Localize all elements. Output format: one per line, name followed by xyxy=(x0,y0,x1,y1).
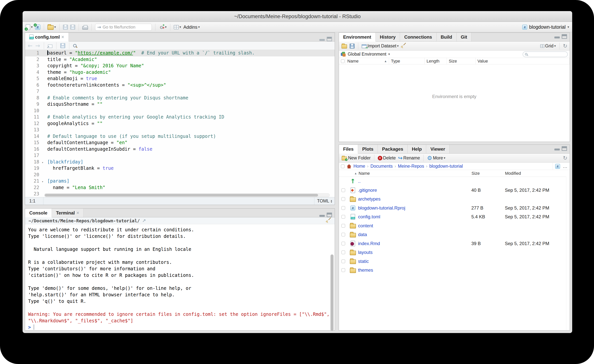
file-row[interactable]: blogdown-tutorial.Rproj277 BSep 5, 2017,… xyxy=(339,204,566,212)
close-icon[interactable]: × xyxy=(76,210,79,216)
breadcrumb-item-blogdown-tutorial[interactable]: blogdown-tutorial xyxy=(429,164,463,169)
file-row[interactable]: archetypes xyxy=(339,195,566,204)
tab-plots[interactable]: Plots xyxy=(358,145,378,153)
file-name-link[interactable]: archetypes xyxy=(358,196,471,202)
file-name-link[interactable]: themes xyxy=(358,267,471,273)
more-button[interactable]: ⚙ More ▾ xyxy=(427,155,446,161)
file-checkbox[interactable] xyxy=(341,259,345,263)
tab-environment[interactable]: Environment xyxy=(339,33,376,41)
home-icon[interactable] xyxy=(347,164,351,168)
minimize-pane-icon[interactable] xyxy=(554,149,560,151)
column-header-name[interactable]: Name▲ xyxy=(345,58,389,64)
breadcrumb-item-documents[interactable]: Documents xyxy=(371,164,393,169)
minimize-pane-icon[interactable] xyxy=(554,37,560,39)
clear-environment-icon[interactable] xyxy=(401,43,406,49)
cursor-position[interactable]: 1:1 xyxy=(25,197,43,205)
version-control-button[interactable]: ▾ xyxy=(159,24,167,30)
fold-arrow-icon[interactable]: ▾ xyxy=(42,179,43,185)
file-row[interactable]: data xyxy=(339,230,566,239)
file-name-link[interactable]: static xyxy=(358,259,471,264)
file-name-link[interactable]: config.toml xyxy=(358,214,471,219)
breadcrumb-item-home[interactable]: Home xyxy=(353,164,365,169)
column-header-type[interactable]: Type xyxy=(389,58,425,64)
console-output[interactable]: You are welcome to redistribute it under… xyxy=(25,224,335,330)
print-button[interactable] xyxy=(82,25,88,30)
column-header-modified[interactable]: Modified xyxy=(505,171,566,176)
file-row[interactable]: themes xyxy=(339,266,566,275)
column-header-size[interactable]: Size xyxy=(447,58,476,64)
file-name-link[interactable]: blogdown-tutorial.Rproj xyxy=(358,205,471,211)
environment-search-input[interactable] xyxy=(529,52,561,56)
file-checkbox[interactable] xyxy=(341,268,345,272)
breadcrumb-item-meine-repos[interactable]: Meine-Repos xyxy=(398,164,424,169)
tab-history[interactable]: History xyxy=(376,33,400,41)
column-header-value[interactable]: Value xyxy=(476,58,570,64)
scrollbar-thumb[interactable] xyxy=(45,194,318,197)
new-project-button[interactable] xyxy=(35,25,40,30)
file-row[interactable]: layouts xyxy=(339,248,566,257)
search-icon[interactable] xyxy=(73,44,77,47)
grid-view-button[interactable]: Grid ▾ xyxy=(540,43,556,49)
rename-button[interactable]: ↪ Rename xyxy=(398,155,420,161)
console-scrollbar[interactable] xyxy=(331,254,334,331)
file-name-link[interactable]: .. xyxy=(358,179,471,184)
refresh-icon[interactable]: ↻ xyxy=(563,155,567,161)
tab-config-toml[interactable]: config.toml × xyxy=(25,33,69,41)
tab-build[interactable]: Build xyxy=(437,33,457,41)
tab-git[interactable]: Git xyxy=(457,33,472,41)
column-header-name[interactable]: ▲Name xyxy=(339,171,472,176)
goto-file-function-input[interactable] xyxy=(102,25,147,30)
file-checkbox[interactable] xyxy=(341,242,345,245)
more-options-button[interactable]: … xyxy=(563,164,568,169)
save-icon[interactable] xyxy=(60,43,65,48)
horizontal-scrollbar[interactable] xyxy=(44,193,330,197)
maximize-pane-icon[interactable] xyxy=(327,37,332,41)
file-row[interactable]: config.toml5.4 KBSep 5, 2017, 2:42 PM xyxy=(339,212,566,221)
project-selector[interactable]: blogdown-tutorial ▾ xyxy=(522,24,569,30)
environment-search-box[interactable] xyxy=(523,51,568,57)
select-all-checkbox[interactable] xyxy=(341,164,345,168)
column-header-length[interactable]: Length xyxy=(425,58,447,64)
file-row[interactable]: content xyxy=(339,221,566,230)
file-name-link[interactable]: .gitignore xyxy=(358,188,471,193)
maximize-pane-icon[interactable] xyxy=(562,34,567,39)
new-folder-button[interactable]: New Folder xyxy=(341,155,371,161)
select-all-checkbox[interactable] xyxy=(341,59,345,63)
save-all-button[interactable] xyxy=(70,25,75,30)
close-icon[interactable]: × xyxy=(61,34,64,40)
file-name-link[interactable]: content xyxy=(358,223,471,228)
column-header-size[interactable]: Size xyxy=(472,171,505,176)
goto-directory-icon[interactable]: ↗ xyxy=(142,218,146,223)
tab-help[interactable]: Help xyxy=(408,145,426,153)
file-checkbox[interactable] xyxy=(341,215,345,219)
file-checkbox[interactable] xyxy=(341,233,345,237)
scrollbar-thumb[interactable] xyxy=(331,254,334,331)
forward-icon[interactable]: → xyxy=(35,43,40,49)
back-icon[interactable]: ← xyxy=(28,43,33,49)
clear-console-icon[interactable] xyxy=(326,218,331,224)
addins-button[interactable]: Addins▾ xyxy=(183,25,200,30)
file-row[interactable]: ↑.. xyxy=(339,177,566,186)
minimize-pane-icon[interactable] xyxy=(319,39,325,41)
refresh-icon[interactable]: ↻ xyxy=(563,43,567,49)
popout-icon[interactable] xyxy=(48,45,53,48)
file-checkbox[interactable] xyxy=(341,206,345,210)
tab-connections[interactable]: Connections xyxy=(400,33,436,41)
filetype-selector[interactable]: TOML▴▾ xyxy=(314,197,335,205)
tab-console[interactable]: Console xyxy=(25,209,52,217)
file-checkbox[interactable] xyxy=(341,197,345,201)
file-row[interactable]: .gitignore40 BSep 5, 2017, 2:42 PM xyxy=(339,186,566,195)
workspace-panes-button[interactable]: ▾ xyxy=(174,25,181,29)
tab-packages[interactable]: Packages xyxy=(378,145,408,153)
minimize-pane-icon[interactable] xyxy=(319,215,325,217)
load-workspace-icon[interactable] xyxy=(342,44,347,49)
file-checkbox[interactable] xyxy=(341,188,345,192)
file-name-link[interactable]: layouts xyxy=(358,250,471,255)
file-checkbox[interactable] xyxy=(341,224,345,228)
file-name-link[interactable]: index.Rmd xyxy=(358,241,471,246)
new-file-button[interactable]: ▾ xyxy=(26,24,33,30)
delete-button[interactable]: Delete xyxy=(378,155,396,161)
open-file-button[interactable]: ▾ xyxy=(47,24,56,30)
scope-label[interactable]: Global Environment xyxy=(348,52,386,57)
tab-terminal[interactable]: Terminal× xyxy=(52,209,84,217)
